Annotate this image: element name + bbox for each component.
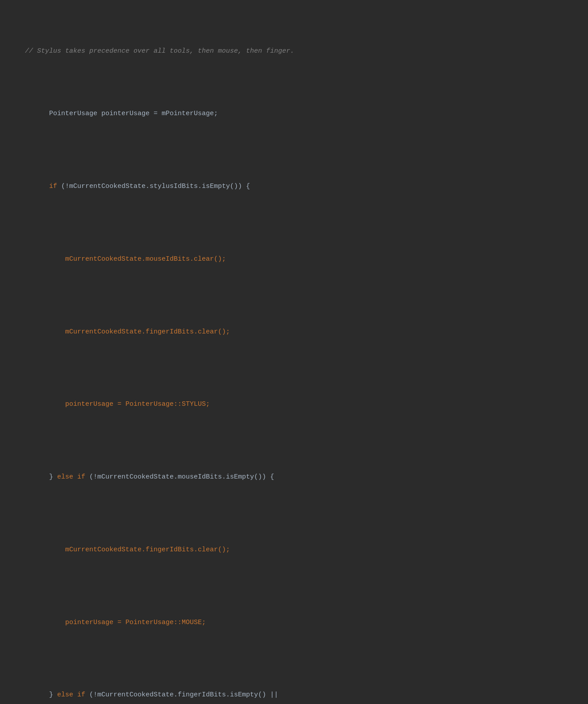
code-line-3: mCurrentCookedState.mouseIdBits.clear(); — [0, 244, 588, 275]
code-line-4: mCurrentCookedState.fingerIdBits.clear()… — [0, 316, 588, 347]
code-line-7: mCurrentCookedState.fingerIdBits.clear()… — [0, 534, 588, 566]
code-line-2: if (!mCurrentCookedState.stylusIdBits.is… — [0, 171, 588, 202]
code-line-5: pointerUsage = PointerUsage::STYLUS; — [0, 389, 588, 420]
comment-text: // Stylus takes precedence over all tool… — [9, 46, 579, 56]
code-line-1: PointerUsage pointerUsage = mPointerUsag… — [0, 98, 588, 129]
code-text: PointerUsage pointerUsage = mPointerUsag… — [33, 110, 218, 117]
code-line-8: pointerUsage = PointerUsage::MOUSE; — [0, 607, 588, 638]
code-line-6: } else if (!mCurrentCookedState.mouseIdB… — [0, 462, 588, 493]
code-line-9: } else if (!mCurrentCookedState.fingerId… — [0, 679, 588, 704]
code-editor: // Stylus takes precedence over all tool… — [0, 0, 588, 704]
code-line-comment: // Stylus takes precedence over all tool… — [0, 46, 588, 57]
